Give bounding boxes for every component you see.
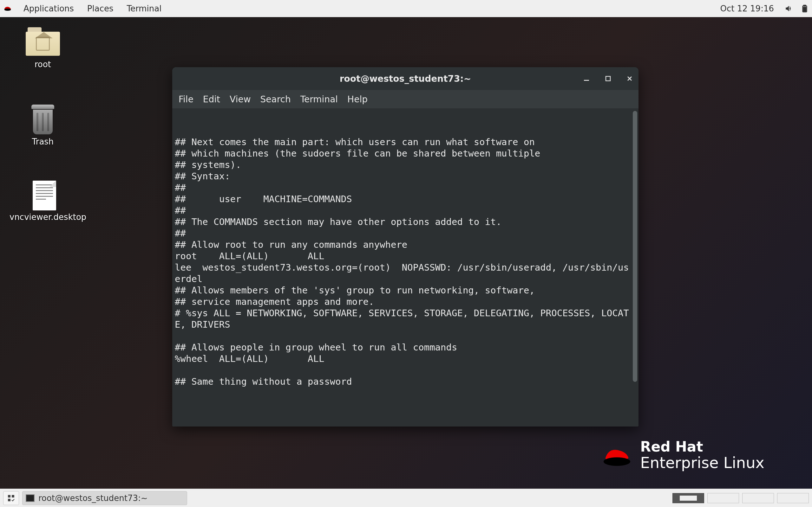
window-titlebar[interactable]: root@westos_student73:~ bbox=[172, 67, 639, 90]
menu-file[interactable]: File bbox=[179, 94, 194, 105]
document-icon bbox=[33, 181, 56, 210]
desktop-icon-root[interactable]: root bbox=[13, 27, 73, 69]
menu-applications[interactable]: Applications bbox=[21, 3, 76, 14]
terminal-text: ## Next comes the main part: which users… bbox=[175, 136, 636, 387]
svg-rect-7 bbox=[8, 495, 10, 498]
terminal-icon bbox=[26, 494, 35, 502]
watermark-text-top: Red Hat bbox=[641, 440, 765, 454]
clock[interactable]: Oct 12 19:16 bbox=[720, 4, 774, 13]
svg-rect-3 bbox=[803, 7, 806, 11]
svg-point-6 bbox=[603, 458, 630, 466]
terminal-status-area bbox=[172, 415, 639, 427]
svg-rect-8 bbox=[12, 495, 14, 498]
redhat-watermark: Red Hat Enterprise Linux bbox=[602, 440, 765, 472]
window-title: root@westos_student73:~ bbox=[340, 73, 471, 84]
taskbar-item-label: root@westos_student73:~ bbox=[38, 493, 148, 503]
menu-edit[interactable]: Edit bbox=[203, 94, 220, 105]
volume-icon[interactable] bbox=[785, 4, 793, 13]
menu-terminal-item[interactable]: Terminal bbox=[300, 94, 338, 105]
watermark-text-bottom: Enterprise Linux bbox=[641, 454, 765, 472]
desktop-icon-label: Trash bbox=[13, 137, 73, 147]
folder-home-icon bbox=[26, 27, 60, 58]
workspace-4[interactable] bbox=[777, 493, 809, 503]
desktop-icon-vncviewer[interactable]: vncviewer.desktop bbox=[9, 181, 79, 222]
redhat-hat-icon bbox=[602, 445, 632, 467]
svg-rect-4 bbox=[584, 80, 589, 81]
svg-rect-9 bbox=[8, 499, 10, 501]
menu-terminal[interactable]: Terminal bbox=[125, 3, 164, 14]
svg-rect-5 bbox=[606, 76, 610, 81]
menu-view[interactable]: View bbox=[230, 94, 251, 105]
show-desktop-button[interactable] bbox=[3, 491, 19, 505]
desktop-icon-trash[interactable]: Trash bbox=[13, 105, 73, 147]
terminal-menubar: File Edit View Search Terminal Help bbox=[172, 90, 639, 108]
menu-help[interactable]: Help bbox=[347, 94, 368, 105]
top-panel: Applications Places Terminal Oct 12 19:1… bbox=[0, 0, 812, 17]
desktop-icon-label: vncviewer.desktop bbox=[9, 212, 79, 222]
minimize-button[interactable] bbox=[582, 74, 591, 83]
svg-point-0 bbox=[4, 9, 11, 11]
taskbar-item-terminal[interactable]: root@westos_student73:~ bbox=[22, 491, 187, 505]
redhat-logo-icon bbox=[3, 4, 12, 13]
trash-icon bbox=[32, 105, 54, 135]
terminal-content[interactable]: ## Next comes the main part: which users… bbox=[172, 108, 639, 415]
workspace-switcher bbox=[672, 493, 809, 503]
bottom-panel: root@westos_student73:~ bbox=[0, 489, 812, 507]
workspace-2[interactable] bbox=[707, 493, 739, 503]
desktop-icon-label: root bbox=[13, 60, 73, 69]
workspace-1[interactable] bbox=[672, 493, 704, 503]
close-button[interactable] bbox=[625, 74, 634, 83]
menu-search[interactable]: Search bbox=[260, 94, 291, 105]
menu-places[interactable]: Places bbox=[85, 3, 115, 14]
terminal-window: root@westos_student73:~ File Edit View S… bbox=[172, 67, 639, 427]
workspace-3[interactable] bbox=[742, 493, 774, 503]
battery-icon[interactable] bbox=[801, 4, 809, 13]
terminal-scrollbar[interactable] bbox=[633, 111, 637, 382]
maximize-button[interactable] bbox=[604, 74, 612, 83]
